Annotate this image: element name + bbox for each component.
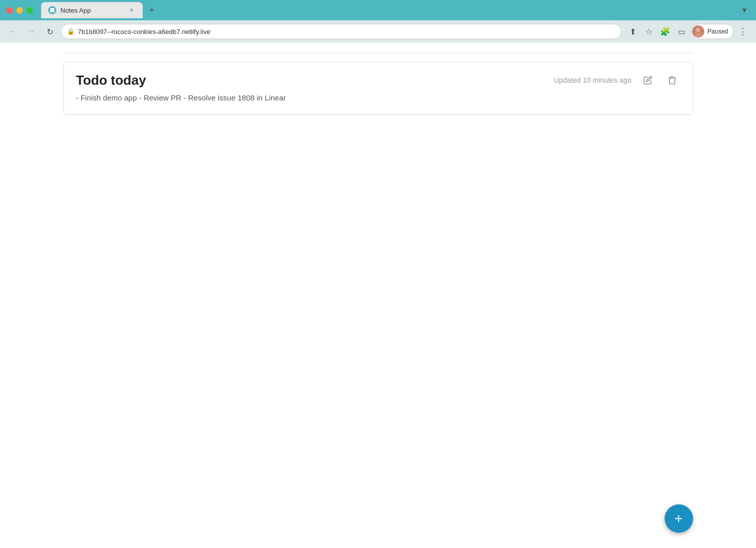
lock-icon: 🔒 (67, 28, 75, 35)
traffic-lights (6, 7, 33, 14)
note-meta: Updated 10 minutes ago (554, 72, 680, 88)
note-updated-text: Updated 10 minutes ago (554, 76, 632, 84)
title-bar: Notes App × + ▼ (0, 0, 756, 20)
address-bar[interactable]: 🔒 7b1b8097--rococo-conkies-a6edb7.netlif… (61, 24, 621, 39)
add-note-button[interactable]: + (665, 504, 693, 533)
plus-icon: + (674, 510, 682, 527)
extensions-button[interactable]: 🧩 (658, 24, 672, 39)
url-text: 7b1b8097--rococo-conkies-a6edb7.netlify.… (78, 28, 615, 36)
active-tab[interactable]: Notes App × (41, 2, 143, 18)
forward-button[interactable]: → (24, 24, 39, 39)
new-tab-button[interactable]: + (145, 3, 159, 17)
reload-button[interactable]: ↻ (43, 24, 57, 39)
minimize-traffic-light[interactable] (16, 7, 23, 14)
note-title: Todo today (76, 73, 146, 88)
edit-note-button[interactable] (640, 72, 656, 88)
share-button[interactable]: ⬆ (626, 24, 640, 39)
page-content: Todo today Updated 10 minutes ago (0, 43, 756, 548)
avatar (692, 25, 704, 38)
note-card: Todo today Updated 10 minutes ago (63, 61, 693, 115)
address-bar-actions: ⬆ ☆ 🧩 ▭ Paused (626, 24, 750, 39)
reload-icon: ↻ (47, 27, 53, 37)
sidebar-icon: ▭ (678, 27, 685, 37)
share-icon: ⬆ (630, 27, 636, 37)
tab-favicon (48, 6, 56, 14)
tab-title: Notes App (60, 7, 123, 14)
browser-window: Notes App × + ▼ ← → ↻ 🔒 7b1b8097--rococo… (0, 0, 756, 548)
note-card-header: Todo today Updated 10 minutes ago (76, 72, 680, 88)
page-inner: Todo today Updated 10 minutes ago (48, 43, 708, 548)
address-bar-row: ← → ↻ 🔒 7b1b8097--rococo-conkies-a6edb7.… (0, 20, 756, 43)
maximize-traffic-light[interactable] (26, 7, 33, 14)
star-icon: ☆ (645, 27, 652, 37)
back-button[interactable]: ← (6, 24, 20, 39)
top-divider (63, 53, 693, 53)
puzzle-icon: 🧩 (660, 27, 670, 37)
fab-container: + (665, 504, 693, 533)
tab-close-button[interactable]: × (127, 6, 136, 14)
title-bar-right: ▼ (739, 4, 750, 16)
user-profile-button[interactable]: Paused (691, 24, 734, 39)
more-menu-button[interactable]: ⋮ (736, 24, 750, 39)
window-dropdown-icon[interactable]: ▼ (739, 4, 750, 16)
sidebar-button[interactable]: ▭ (674, 24, 688, 39)
more-icon: ⋮ (738, 26, 747, 37)
svg-point-1 (696, 28, 700, 32)
tabs-area: Notes App × + (41, 2, 735, 18)
delete-note-button[interactable] (664, 72, 680, 88)
back-icon: ← (9, 27, 17, 36)
forward-icon: → (27, 27, 36, 36)
note-body: - Finish demo app - Review PR - Resolve … (76, 92, 680, 104)
user-status-label: Paused (707, 28, 728, 35)
bookmark-button[interactable]: ☆ (642, 24, 656, 39)
close-traffic-light[interactable] (6, 7, 13, 14)
